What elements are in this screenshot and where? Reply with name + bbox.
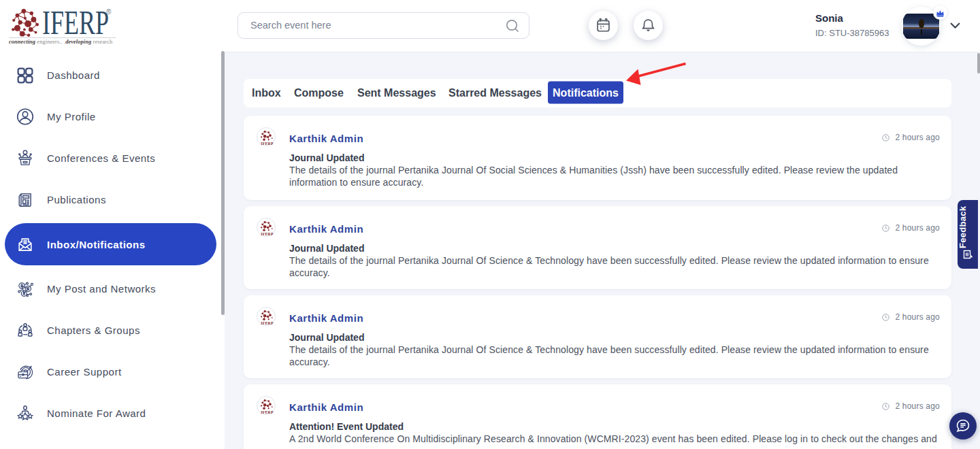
svg-text:IFERP: IFERP bbox=[261, 142, 274, 146]
svg-text:IFERP: IFERP bbox=[261, 410, 274, 414]
svg-text:IFERP: IFERP bbox=[261, 321, 274, 325]
svg-text:IFERP: IFERP bbox=[261, 232, 274, 236]
